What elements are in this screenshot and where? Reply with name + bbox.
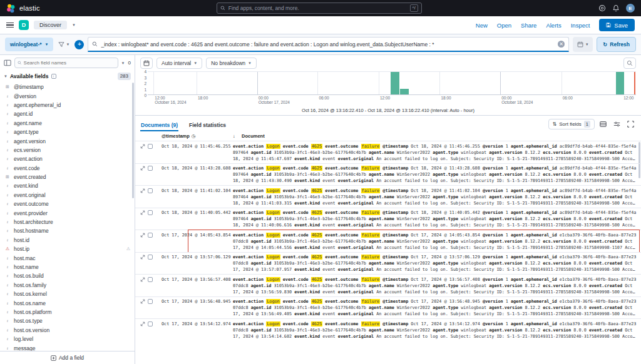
sort-fields-button[interactable]: ⇅ Sort fields 1 <box>548 119 595 129</box>
row-document[interactable]: event.action Logon event.code 4625 event… <box>233 165 641 184</box>
expand-document-button[interactable] <box>140 144 145 162</box>
field-search-input[interactable] <box>24 60 115 66</box>
field-item[interactable]: thost.os.kernel <box>0 290 135 298</box>
row-document[interactable]: event.action Logon event.code 4625 event… <box>233 254 641 273</box>
sort-direction-icon[interactable]: ↓ <box>233 133 242 139</box>
global-search-input[interactable]: Find apps, content, and more. ^/ <box>217 3 422 14</box>
field-item[interactable]: tmessage <box>0 343 135 351</box>
fullscreen-button[interactable] <box>625 119 636 129</box>
row-checkbox[interactable] <box>148 188 153 193</box>
row-checkbox[interactable] <box>148 321 153 326</box>
field-item[interactable]: thost.id <box>0 236 135 245</box>
avatar[interactable]: E <box>626 4 635 13</box>
expand-document-button[interactable] <box>140 233 145 251</box>
histogram-bar[interactable] <box>391 72 399 94</box>
chevron-down-icon[interactable]: ▼ <box>72 23 76 27</box>
chevron-down-icon[interactable]: ▼ <box>4 74 8 78</box>
row-checkbox[interactable] <box>148 210 153 215</box>
tab-documents[interactable]: Documents (9) <box>140 119 178 131</box>
field-item[interactable]: tagent.version <box>0 136 135 145</box>
field-item[interactable]: tagent.ephemeral_id <box>0 101 135 109</box>
space-badge[interactable]: D <box>19 20 29 30</box>
field-item[interactable]: thost.os.type <box>0 316 135 325</box>
row-height-button[interactable] <box>598 119 608 129</box>
breadcrumb[interactable]: Discover <box>34 21 67 29</box>
field-item[interactable]: tlog.level <box>0 335 135 343</box>
interval-select[interactable]: Auto interval ▼ <box>156 58 202 69</box>
histogram-bar[interactable] <box>400 89 408 94</box>
expand-document-button[interactable] <box>140 166 145 184</box>
expand-document-button[interactable] <box>140 299 145 317</box>
field-item[interactable]: tevent.kind <box>0 181 135 190</box>
field-item[interactable]: tevent.original <box>0 191 135 200</box>
field-item[interactable]: ⚠host.ip⚠ <box>0 245 135 253</box>
alerts-button[interactable]: Alerts <box>546 22 561 29</box>
field-item[interactable]: ⊞@timestamp <box>0 83 135 91</box>
field-item[interactable]: tecs.version <box>0 146 135 154</box>
share-button[interactable]: Share <box>521 22 536 29</box>
expand-document-button[interactable] <box>140 188 145 206</box>
field-item[interactable]: thost.os.platform <box>0 308 135 316</box>
notifications-icon[interactable] <box>612 4 620 12</box>
chart-options-button[interactable] <box>623 58 636 69</box>
add-field-button[interactable]: Add a field <box>0 351 135 364</box>
display-options-button[interactable] <box>612 119 622 129</box>
clear-query-icon[interactable]: ✕ <box>558 41 565 48</box>
field-item[interactable]: thost.os.family <box>0 281 135 290</box>
row-checkbox[interactable] <box>148 255 153 260</box>
menu-icon[interactable] <box>6 23 14 28</box>
field-item[interactable]: thost.architecture <box>0 218 135 226</box>
field-item[interactable]: thost.hostname <box>0 226 135 235</box>
field-item[interactable]: tagent.id <box>0 109 135 118</box>
row-document[interactable]: event.action Logon event.code 4625 event… <box>233 276 641 295</box>
row-document[interactable]: event.action Logon event.code 4625 event… <box>233 143 641 162</box>
row-document[interactable]: event.action Logon event.code 4625 event… <box>233 232 641 251</box>
help-icon[interactable] <box>598 4 606 12</box>
histogram-bar[interactable] <box>616 72 624 94</box>
field-item[interactable]: thost.mac <box>0 253 135 262</box>
field-item[interactable]: tagent.name <box>0 119 135 128</box>
field-item[interactable]: tevent.code <box>0 164 135 173</box>
row-checkbox[interactable] <box>148 233 153 238</box>
expand-document-button[interactable] <box>140 210 145 228</box>
row-document[interactable]: event.action Logon event.code 4625 event… <box>233 321 641 340</box>
sidebar-scrollbar[interactable] <box>132 83 134 198</box>
data-view-selector[interactable]: winlogbeat-* ▼ <box>5 38 53 51</box>
timestamp-column-header[interactable]: @timestamp <box>162 133 190 139</box>
field-item[interactable]: tevent.provider <box>0 208 135 217</box>
expand-document-button[interactable] <box>140 321 145 340</box>
row-checkbox[interactable] <box>148 166 153 171</box>
field-item[interactable]: thost.os.build <box>0 271 135 280</box>
row-checkbox[interactable] <box>148 299 153 304</box>
row-document[interactable]: event.action Logon event.code 4625 event… <box>233 298 641 317</box>
edit-visualization-button[interactable] <box>140 58 153 69</box>
filter-menu-button[interactable]: ▼ <box>57 42 71 48</box>
elastic-logo[interactable]: elastic <box>6 4 40 13</box>
field-item[interactable]: tevent.outcome <box>0 200 135 208</box>
add-filter-button[interactable]: + <box>74 40 84 49</box>
row-checkbox[interactable] <box>148 277 153 282</box>
field-item[interactable]: thost.name <box>0 263 135 271</box>
field-item[interactable]: tevent.action <box>0 154 135 163</box>
row-document[interactable]: event.action Logon event.code 4625 event… <box>233 210 641 228</box>
field-item[interactable]: thost.os.name <box>0 298 135 307</box>
breakdown-select[interactable]: No breakdown ▼ <box>206 58 257 69</box>
query-input[interactable]: _index : winlogbeat* and event.code : 46… <box>88 37 569 52</box>
refresh-button[interactable]: ↻ Refresh <box>597 37 636 52</box>
row-document[interactable]: event.action Logon event.code 4625 event… <box>233 188 641 206</box>
field-item[interactable]: thost.os.version <box>0 326 135 335</box>
document-column-header[interactable]: Document <box>242 133 641 139</box>
new-button[interactable]: New <box>476 22 488 29</box>
inspect-button[interactable]: Inspect <box>571 22 590 29</box>
field-item[interactable]: tagent.type <box>0 128 135 136</box>
collapse-sidebar-icon[interactable] <box>4 59 11 66</box>
field-filter-button[interactable]: ▼ <box>121 61 125 65</box>
row-checkbox[interactable] <box>148 144 153 149</box>
save-button[interactable]: Save <box>599 19 635 31</box>
field-item[interactable]: ⊞event.created <box>0 173 135 181</box>
date-picker-button[interactable]: ▼ <box>573 37 593 52</box>
field-item[interactable]: t@version <box>0 91 135 100</box>
open-button[interactable]: Open <box>497 22 511 29</box>
tab-field-statistics[interactable]: Field statistics <box>188 119 227 131</box>
expand-document-button[interactable] <box>140 277 145 295</box>
